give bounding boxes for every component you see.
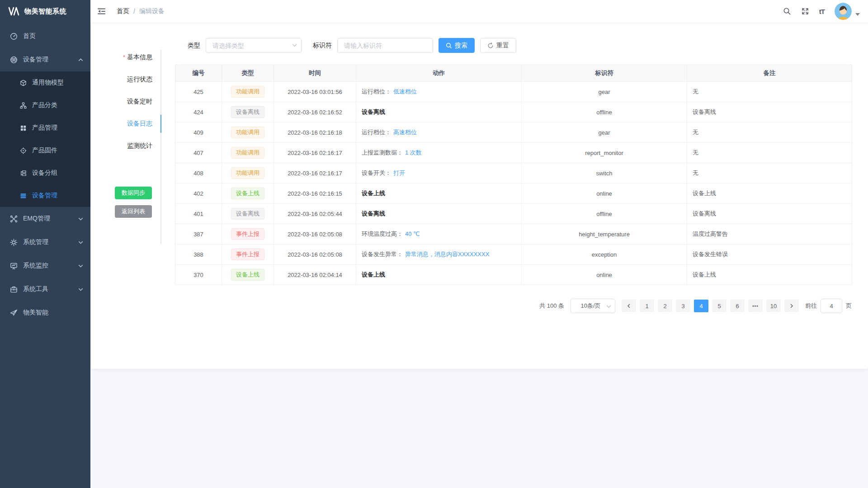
cell-id: 408 <box>175 163 222 183</box>
col-header-time: 时间 <box>274 65 356 82</box>
cell-id: 387 <box>175 224 222 244</box>
sidebar-item-home[interactable]: 首页 <box>0 24 90 48</box>
next-page-button[interactable] <box>784 300 799 312</box>
device-submenu: 通用物模型 产品分类 产品管理 产品固件 设备分组 <box>0 71 90 207</box>
type-tag: 功能调用 <box>231 127 264 138</box>
cell-identifier: online <box>522 265 687 285</box>
reset-button[interactable]: 重置 <box>480 38 516 53</box>
workspace: * 基本信息 运行状态 设备定时 设备日志 监测统计 数据同步 返回列表 <box>90 23 868 488</box>
page-size-value: 10条/页 <box>580 302 600 310</box>
action-link[interactable]: 40 ℃ <box>405 230 420 237</box>
sidebar-item-device-group[interactable]: 设备分组 <box>0 162 90 184</box>
tab-basic-info[interactable]: * 基本信息 <box>91 46 161 68</box>
grid-icon <box>20 125 27 131</box>
table-row: 409 功能调用 2022-03-16 02:16:18 运行档位：高速档位 g… <box>175 122 852 143</box>
type-tag: 设备离线 <box>231 208 264 220</box>
breadcrumb-current: 编辑设备 <box>139 7 165 15</box>
tab-device-log[interactable]: 设备日志 <box>91 113 161 135</box>
page-button-4-active[interactable]: 4 <box>694 300 708 312</box>
cell-id: 401 <box>175 204 222 224</box>
sidebar-item-device-mgmt-active[interactable]: 设备管理 <box>0 184 90 207</box>
page-button-3[interactable]: 3 <box>676 300 690 312</box>
sidebar-item-label: 产品管理 <box>32 124 57 132</box>
action-text: 设备离线 <box>362 108 385 115</box>
sidebar-item-emq[interactable]: EMQ管理 <box>0 207 90 230</box>
data-sync-button[interactable]: 数据同步 <box>115 187 152 199</box>
action-link[interactable]: 低速档位 <box>393 88 417 95</box>
cell-identifier: online <box>522 183 687 204</box>
breadcrumb-home[interactable]: 首页 <box>117 7 129 15</box>
more-pages-button[interactable]: ••• <box>748 300 763 312</box>
chevron-down-icon <box>78 240 83 245</box>
cell-remark: 温度过高警告 <box>687 224 852 244</box>
main-area: 首页 / 编辑设备 tT <box>90 0 868 488</box>
sidebar-item-system-monitor[interactable]: 系统监控 <box>0 254 90 277</box>
cell-time: 2022-03-16 02:16:18 <box>274 122 356 143</box>
sidebar: 物美智能系统 首页 设备管理 通用物模型 产品分类 <box>0 0 90 488</box>
tab-device-timer[interactable]: 设备定时 <box>91 90 161 113</box>
page-button-10[interactable]: 10 <box>766 300 781 312</box>
top-navbar: 首页 / 编辑设备 tT <box>90 0 868 23</box>
identifier-input[interactable] <box>337 38 433 53</box>
cell-remark: 无 <box>687 163 852 183</box>
toolbox-icon <box>10 286 18 293</box>
sidebar-item-wumei-smart[interactable]: 物美智能 <box>0 301 90 324</box>
cell-identifier: report_monitor <box>522 143 687 163</box>
sidebar-item-label: 物美智能 <box>23 309 83 317</box>
sidebar-item-product-mgmt[interactable]: 产品管理 <box>0 117 90 139</box>
type-tag: 事件上报 <box>231 249 264 260</box>
table-row: 387 事件上报 2022-03-16 02:05:08 环境温度过高：40 ℃… <box>175 224 852 244</box>
page-button-6[interactable]: 6 <box>730 300 745 312</box>
app-logo[interactable]: 物美智能系统 <box>0 0 90 23</box>
sidebar-collapse-button[interactable] <box>90 0 113 23</box>
fullscreen-icon[interactable] <box>801 7 809 15</box>
action-link[interactable]: 打开 <box>393 169 405 176</box>
page-button-5[interactable]: 5 <box>712 300 726 312</box>
paper-plane-icon <box>10 309 18 317</box>
goto-page-input[interactable] <box>821 299 842 313</box>
back-to-list-button[interactable]: 返回列表 <box>115 205 152 218</box>
font-size-icon[interactable]: tT <box>819 8 825 15</box>
page-button-1[interactable]: 1 <box>640 300 654 312</box>
type-select[interactable] <box>206 38 302 53</box>
action-link[interactable]: 1 次数 <box>405 149 422 156</box>
table-row: 425 功能调用 2022-03-16 03:01:56 运行档位：低速档位 g… <box>175 82 852 102</box>
cell-identifier: gear <box>522 82 687 102</box>
device-edit-card: * 基本信息 运行状态 设备定时 设备日志 监测统计 数据同步 返回列表 <box>91 23 868 369</box>
cell-id: 407 <box>175 143 222 163</box>
page-button-2[interactable]: 2 <box>658 300 672 312</box>
cell-remark: 无 <box>687 143 852 163</box>
chevron-down-icon <box>78 287 83 292</box>
search-button[interactable]: 搜索 <box>439 38 475 53</box>
sidebar-item-system-tools[interactable]: 系统工具 <box>0 277 90 301</box>
prev-page-button[interactable] <box>622 300 636 312</box>
cell-identifier: gear <box>522 122 687 143</box>
action-link[interactable]: 异常消息，消息内容XXXXXXXX <box>405 251 489 258</box>
sidebar-item-system-mgmt[interactable]: 系统管理 <box>0 230 90 254</box>
sidebar-item-product-firmware[interactable]: 产品固件 <box>0 139 90 162</box>
action-text: 设备离线 <box>362 210 385 217</box>
user-menu[interactable] <box>835 3 860 20</box>
type-select-input[interactable] <box>206 38 302 53</box>
cell-remark: 设备发生错误 <box>687 244 852 265</box>
app-layout: 物美智能系统 首页 设备管理 通用物模型 产品分类 <box>0 0 868 488</box>
page-size-select[interactable]: 10条/页 <box>571 299 615 313</box>
table-header: 编号 类型 时间 动作 标识符 备注 <box>175 65 852 82</box>
cell-id: 388 <box>175 244 222 265</box>
tab-run-status[interactable]: 运行状态 <box>91 68 161 90</box>
gear-icon <box>10 239 18 246</box>
sidebar-item-product-category[interactable]: 产品分类 <box>0 94 90 117</box>
tab-monitor-stats[interactable]: 监测统计 <box>91 135 161 157</box>
action-link[interactable]: 高速档位 <box>393 129 417 136</box>
col-header-type: 类型 <box>222 65 274 82</box>
search-icon[interactable] <box>783 7 791 15</box>
action-prefix: 设备开关： <box>362 169 391 176</box>
chevron-left-icon <box>627 304 631 308</box>
sidebar-item-thing-model[interactable]: 通用物模型 <box>0 71 90 94</box>
action-prefix: 环境温度过高： <box>362 230 403 237</box>
sidebar-item-device-mgmt[interactable]: 设备管理 <box>0 48 90 71</box>
anchor-tabs: * 基本信息 运行状态 设备定时 设备日志 监测统计 <box>91 46 161 157</box>
tab-label: 基本信息 <box>127 53 152 61</box>
cell-id: 424 <box>175 102 222 122</box>
goto-suffix: 页 <box>846 302 852 310</box>
